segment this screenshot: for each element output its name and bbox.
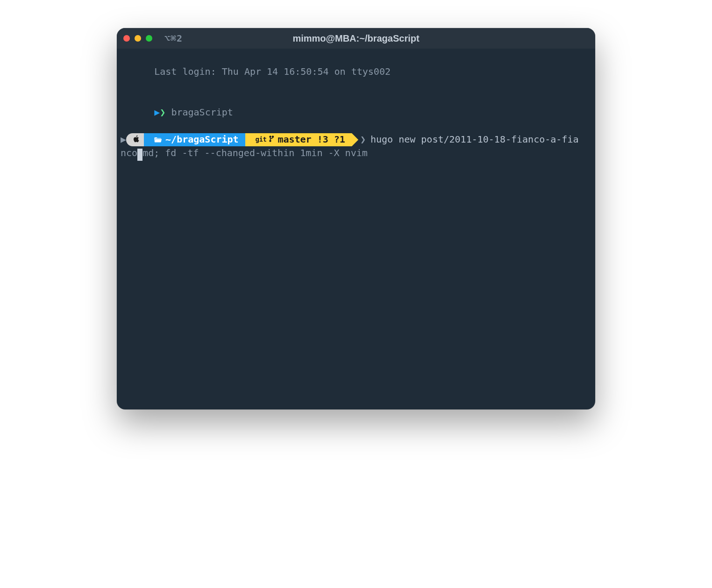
terminal-body[interactable]: Last login: Thu Apr 14 16:50:54 on ttys0… bbox=[117, 49, 595, 409]
folder-open-icon bbox=[154, 133, 162, 146]
git-segment: git master !3 ?1 bbox=[245, 133, 352, 146]
path-segment: ~/bragaScript bbox=[144, 133, 245, 146]
minimize-button[interactable] bbox=[135, 35, 141, 42]
svg-point-1 bbox=[272, 136, 274, 137]
prompt-chevron-icon: ❯ bbox=[160, 107, 165, 118]
git-branch-icon bbox=[269, 133, 275, 146]
git-label: git bbox=[256, 135, 267, 144]
window-title: mimmo@MBA:~/bragaScript bbox=[117, 33, 595, 44]
last-login-line: Last login: Thu Apr 14 16:50:54 on ttys0… bbox=[117, 51, 595, 92]
titlebar: ⌥⌘2 mimmo@MBA:~/bragaScript bbox=[117, 28, 595, 49]
prompt-line: ▶ ~/bragaScript git master !3 ?1 bbox=[117, 133, 595, 146]
svg-point-0 bbox=[270, 136, 271, 137]
command-pre-cursor: nco bbox=[121, 147, 137, 158]
command-post-cursor: md; fd -tf --changed-within 1min -X nvim bbox=[142, 147, 368, 158]
prompt-trailing-arrow-icon: ❯ bbox=[360, 133, 366, 146]
cursor bbox=[137, 149, 142, 161]
command-input-line2[interactable]: ncomd; fd -tf --changed-within 1min -X n… bbox=[117, 146, 595, 160]
apple-icon bbox=[133, 133, 139, 146]
git-branch-name: master bbox=[278, 133, 311, 146]
previous-command-line: ▶❯ bragaScript bbox=[117, 92, 595, 133]
previous-command: bragaScript bbox=[171, 107, 233, 118]
prompt-left-arrow-icon: ▶ bbox=[154, 107, 160, 118]
command-input-line1[interactable]: hugo new post/2011-10-18-fianco-a-fia bbox=[370, 133, 579, 146]
path-text: ~/bragaScript bbox=[165, 133, 239, 146]
terminal-window: ⌥⌘2 mimmo@MBA:~/bragaScript Last login: … bbox=[117, 28, 595, 409]
git-status: !3 ?1 bbox=[317, 133, 345, 146]
tab-shortcut-hint: ⌥⌘2 bbox=[164, 33, 183, 44]
svg-point-2 bbox=[270, 140, 271, 142]
close-button[interactable] bbox=[123, 35, 130, 42]
traffic-lights bbox=[123, 35, 152, 42]
last-login-text: Last login: Thu Apr 14 16:50:54 on ttys0… bbox=[154, 66, 391, 77]
os-segment bbox=[126, 133, 144, 146]
zoom-button[interactable] bbox=[146, 35, 152, 42]
prompt-leading-arrow-icon: ▶ bbox=[121, 133, 126, 146]
